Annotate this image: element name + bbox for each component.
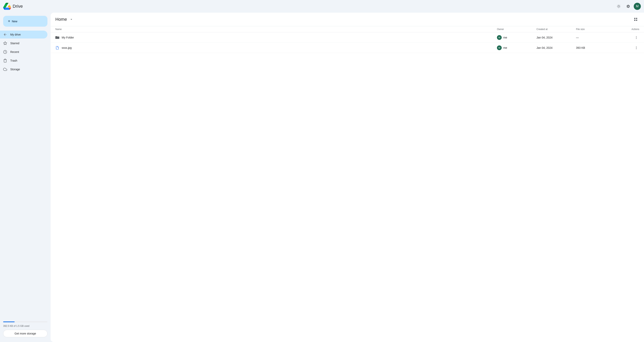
sidebar-item-label-recent: Recent [10, 50, 19, 53]
view-toggle-button[interactable] [632, 16, 639, 23]
owner-cell: M me [497, 35, 536, 40]
drive-logo[interactable]: Drive [3, 3, 23, 10]
content-header: Home [50, 13, 644, 26]
main-layout: + New My drive Starred [0, 13, 644, 342]
get-more-storage-button[interactable]: Get more storage [3, 330, 48, 337]
svg-point-16 [636, 48, 637, 49]
sidebar: + New My drive Starred [0, 13, 50, 342]
storage-bar [3, 322, 48, 322]
sidebar-item-starred[interactable]: Starred [0, 39, 48, 47]
folder-icon [55, 35, 59, 39]
trash-icon [3, 59, 7, 63]
storage-section: 392.5 KB of 1.5 GB used Get more storage [0, 318, 50, 341]
created-at: Jan 04, 2024 [536, 36, 576, 39]
page-title-area: Home [55, 16, 74, 22]
header: Drive M [0, 0, 644, 13]
sidebar-item-label-starred: Starred [10, 42, 19, 45]
svg-line-7 [618, 7, 618, 7]
column-actions: Actions [616, 28, 639, 31]
column-file-size: File size [576, 28, 616, 31]
clock-icon [3, 50, 7, 54]
actions-cell [616, 45, 639, 51]
table-header: Name Owner Created at File size Actions [50, 26, 644, 32]
settings-button[interactable] [624, 2, 632, 10]
content-area: Home Name Owner Created at File size [50, 13, 644, 342]
column-owner: Owner [497, 28, 536, 31]
owner-avatar: M [497, 35, 502, 40]
column-name: Name [55, 28, 497, 31]
file-name-cell: My Folder [55, 35, 497, 39]
sidebar-item-label-storage: Storage [10, 68, 20, 71]
svg-point-13 [636, 38, 637, 39]
file-table: Name Owner Created at File size Actions … [50, 26, 644, 342]
owner-name: me [503, 46, 507, 49]
file-name-cell: ssss.jpg [55, 46, 497, 50]
sidebar-item-recent[interactable]: Recent [0, 48, 48, 56]
sidebar-item-storage[interactable]: Storage [0, 65, 48, 73]
app-title: Drive [13, 4, 23, 9]
sidebar-item-label-my-drive: My drive [10, 33, 21, 36]
new-button[interactable]: + New [3, 16, 48, 27]
created-at: Jan 04, 2024 [536, 46, 576, 49]
sidebar-item-trash[interactable]: Trash [0, 57, 48, 64]
owner-cell: M me [497, 45, 536, 50]
svg-point-0 [618, 5, 620, 7]
file-list: My Folder M me Jan 04, 2024 — ssss.jpg M… [50, 32, 644, 53]
sidebar-item-label-trash: Trash [10, 59, 17, 62]
plus-icon: + [8, 19, 10, 23]
svg-point-15 [636, 47, 637, 48]
column-created-at: Created at [536, 28, 576, 31]
file-icon [55, 46, 59, 50]
user-avatar-button[interactable]: M [634, 3, 641, 10]
home-dropdown-button[interactable] [68, 16, 74, 22]
page-title: Home [55, 17, 67, 22]
file-size: — [576, 36, 616, 39]
svg-point-14 [636, 46, 637, 47]
owner-name: me [503, 36, 507, 39]
file-size: 393 KB [576, 46, 616, 49]
more-actions-button[interactable] [633, 45, 639, 51]
cloud-icon [3, 67, 7, 71]
star-icon [3, 41, 7, 45]
sidebar-item-my-drive[interactable]: My drive [0, 31, 48, 38]
storage-bar-fill [3, 322, 15, 322]
table-row[interactable]: ssss.jpg M me Jan 04, 2024 393 KB [50, 43, 644, 53]
actions-cell [616, 34, 639, 40]
svg-point-12 [636, 37, 637, 38]
file-name: ssss.jpg [62, 46, 72, 49]
theme-toggle-button[interactable] [615, 2, 623, 10]
more-actions-button[interactable] [633, 34, 639, 40]
my-drive-icon [3, 32, 7, 36]
svg-line-4 [620, 7, 620, 7]
svg-point-11 [636, 36, 637, 37]
svg-marker-9 [4, 42, 7, 45]
owner-avatar: M [497, 45, 502, 50]
table-row[interactable]: My Folder M me Jan 04, 2024 — [50, 32, 644, 43]
storage-text: 392.5 KB of 1.5 GB used [3, 325, 48, 328]
header-actions: M [615, 2, 641, 10]
file-name: My Folder [62, 36, 74, 39]
